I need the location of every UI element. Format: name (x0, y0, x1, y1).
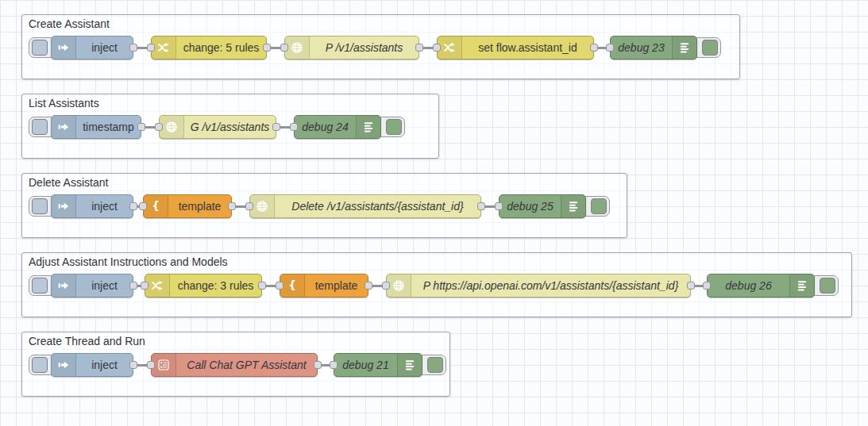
node-inject[interactable]: inject (51, 353, 133, 377)
inject-button[interactable] (32, 40, 48, 56)
node-http[interactable]: Delete /v1/assistants/{assistant_id} (249, 194, 481, 218)
node-debug[interactable]: debug 21 (334, 353, 422, 377)
node-label: inject (76, 354, 133, 376)
shuffle-icon (438, 36, 462, 59)
node-label: Call Chat GPT Assistant (176, 354, 317, 376)
subflow-icon (152, 354, 176, 376)
output-port[interactable] (687, 282, 695, 290)
node-label: inject (76, 36, 133, 59)
output-port[interactable] (129, 202, 137, 210)
output-port[interactable] (129, 361, 137, 369)
node-debug[interactable]: debug 26 (707, 274, 815, 297)
wire[interactable] (265, 285, 276, 287)
svg-text:{: { (152, 200, 160, 212)
input-port[interactable] (141, 282, 149, 290)
svg-text:{: { (288, 279, 296, 291)
node-label: template (305, 274, 368, 297)
wire[interactable] (137, 364, 148, 367)
inject-arrow-icon (52, 274, 76, 297)
group-label: Delete Assistant (29, 176, 108, 189)
wire[interactable] (372, 285, 383, 287)
input-port[interactable] (382, 282, 390, 290)
node-template[interactable]: {template (280, 274, 368, 297)
input-port[interactable] (606, 44, 614, 52)
input-port[interactable] (276, 282, 284, 290)
wire[interactable] (137, 47, 148, 49)
node-change[interactable]: set flow.assistant_id (437, 36, 594, 59)
node-debug[interactable]: debug 24 (294, 115, 381, 139)
node-inject[interactable]: inject (51, 274, 133, 297)
node-http[interactable]: P https://api.openai.com/v1/assistants/{… (386, 274, 691, 297)
inject-button[interactable] (32, 357, 48, 373)
input-port[interactable] (147, 44, 155, 52)
node-http[interactable]: G /v1/assistants (159, 115, 276, 139)
input-port[interactable] (703, 282, 711, 290)
node-label: P https://api.openai.com/v1/assistants/{… (411, 274, 690, 297)
debug-output-icon (356, 116, 380, 138)
group-label: List Assistants (29, 97, 99, 109)
flow-canvas[interactable]: Create Assistantinjectchange: 5 rulesP /… (0, 0, 868, 426)
inject-arrow-icon (52, 354, 76, 376)
debug-toggle-button[interactable] (427, 357, 443, 373)
input-port[interactable] (139, 202, 147, 210)
debug-toggle-button[interactable] (591, 198, 607, 214)
output-port[interactable] (477, 202, 485, 210)
input-port[interactable] (330, 361, 338, 369)
node-change[interactable]: change: 5 rules (151, 36, 267, 59)
node-subflow[interactable]: Call Chat GPT Assistant (151, 353, 318, 377)
node-label: timestamp (76, 116, 141, 138)
output-port[interactable] (365, 282, 372, 290)
output-port[interactable] (272, 123, 280, 131)
node-inject[interactable]: inject (51, 194, 133, 218)
output-port[interactable] (228, 202, 236, 210)
output-port[interactable] (137, 123, 145, 131)
inject-button[interactable] (32, 119, 48, 135)
node-debug[interactable]: debug 23 (610, 36, 697, 59)
node-label: template (168, 195, 231, 217)
node-template[interactable]: {template (143, 194, 232, 218)
node-inject[interactable]: timestamp (51, 115, 141, 139)
debug-toggle-button[interactable] (702, 40, 718, 56)
debug-toggle-button[interactable] (386, 119, 402, 135)
input-port[interactable] (495, 202, 503, 210)
debug-output-icon (672, 36, 696, 59)
inject-button[interactable] (32, 198, 48, 214)
wire[interactable] (422, 47, 434, 49)
wire[interactable] (235, 205, 246, 208)
output-port[interactable] (314, 361, 322, 369)
output-port[interactable] (129, 44, 137, 52)
input-port[interactable] (155, 123, 163, 131)
inject-button[interactable] (32, 278, 48, 294)
node-inject[interactable]: inject (51, 36, 133, 59)
output-port[interactable] (590, 44, 598, 52)
node-label: debug 25 (500, 195, 561, 217)
wire[interactable] (484, 205, 496, 208)
input-port[interactable] (147, 361, 155, 369)
inject-arrow-icon (52, 36, 76, 59)
input-port[interactable] (245, 202, 253, 210)
output-port[interactable] (263, 44, 271, 52)
wire[interactable] (280, 126, 291, 129)
node-label: set flow.assistant_id (462, 36, 593, 59)
curly-brace-icon: { (280, 274, 305, 297)
node-label: debug 26 (708, 274, 789, 297)
wire[interactable] (270, 47, 281, 49)
input-port[interactable] (280, 44, 288, 52)
output-port[interactable] (258, 282, 266, 290)
input-port[interactable] (433, 44, 441, 52)
node-label: Delete /v1/assistants/{assistant_id} (275, 195, 480, 217)
node-label: debug 24 (295, 116, 356, 138)
node-debug[interactable]: debug 25 (499, 194, 586, 218)
output-port[interactable] (129, 282, 137, 290)
node-label: change: 3 rules (170, 274, 261, 297)
globe-icon (250, 195, 275, 217)
globe-icon (387, 274, 411, 297)
output-port[interactable] (415, 44, 423, 52)
debug-toggle-button[interactable] (820, 278, 835, 294)
input-port[interactable] (290, 123, 298, 131)
wire[interactable] (145, 126, 156, 129)
node-change[interactable]: change: 3 rules (145, 274, 262, 297)
node-label: debug 23 (611, 36, 672, 59)
node-http[interactable]: P /v1/assistants (284, 36, 419, 59)
node-label: P /v1/assistants (310, 36, 419, 59)
